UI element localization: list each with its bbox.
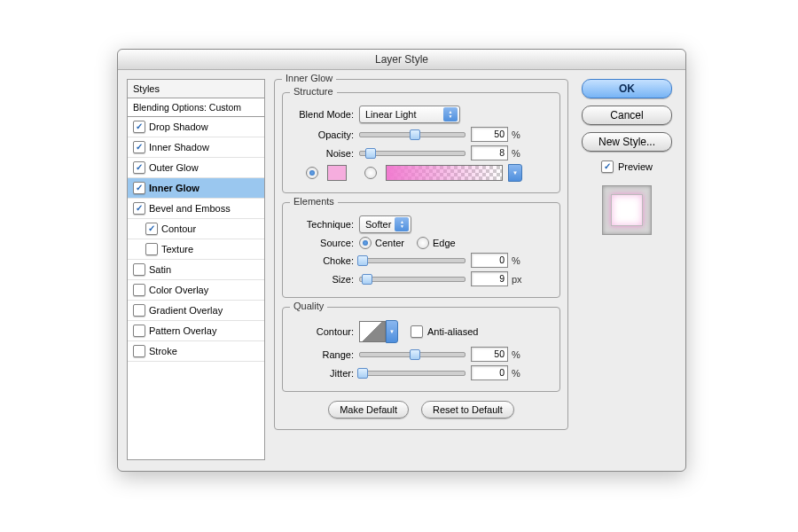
sidebar-subheader[interactable]: Blending Options: Custom	[128, 98, 264, 117]
blend-mode-value: Linear Light	[365, 109, 440, 120]
noise-unit: %	[512, 148, 520, 159]
sidebar-item-bevel-and-emboss[interactable]: Bevel and Emboss	[128, 199, 264, 219]
dialog-buttons: OK Cancel New Style... Preview	[577, 79, 677, 460]
layer-style-dialog: Layer Style Styles Blending Options: Cus…	[117, 49, 686, 472]
sidebar-item-label: Pattern Overlay	[149, 325, 216, 336]
sidebar-item-satin[interactable]: Satin	[128, 260, 264, 280]
source-center-label: Center	[375, 238, 404, 248]
sidebar-checkbox[interactable]	[133, 121, 145, 133]
sidebar-item-inner-shadow[interactable]: Inner Shadow	[128, 137, 264, 158]
chevron-updown-icon	[443, 107, 458, 121]
choke-slider[interactable]	[359, 258, 466, 263]
glow-color-swatch[interactable]	[327, 165, 347, 181]
sidebar-checkbox[interactable]	[145, 223, 158, 235]
panel-title: Inner Glow	[282, 73, 336, 83]
elements-legend: Elements	[290, 196, 338, 207]
options-panel: Inner Glow Structure Blend Mode: Linear …	[274, 79, 568, 460]
sidebar-checkbox[interactable]	[133, 304, 145, 317]
sidebar-item-label: Color Overlay	[149, 285, 208, 295]
blend-mode-select[interactable]: Linear Light	[359, 106, 460, 123]
jitter-slider[interactable]	[359, 371, 466, 376]
sidebar-item-inner-glow[interactable]: Inner Glow	[128, 178, 264, 199]
opacity-label: Opacity:	[290, 129, 354, 140]
sidebar-item-label: Inner Shadow	[149, 142, 209, 153]
sidebar-item-label: Gradient Overlay	[149, 305, 223, 316]
contour-picker[interactable]	[359, 321, 386, 342]
opacity-slider[interactable]	[359, 132, 466, 137]
elements-group: Elements Technique: Softer Source: Cente…	[282, 202, 560, 298]
glow-gradient-strip[interactable]	[386, 165, 503, 181]
sidebar-item-drop-shadow[interactable]: Drop Shadow	[128, 117, 264, 137]
sidebar-item-label: Stroke	[149, 346, 177, 356]
color-radio[interactable]	[306, 167, 318, 179]
ok-button[interactable]: OK	[582, 79, 672, 98]
sidebar-checkbox[interactable]	[133, 263, 145, 276]
sidebar-item-label: Contour	[161, 223, 196, 234]
gradient-radio[interactable]	[364, 167, 377, 179]
preview-label: Preview	[618, 161, 653, 172]
sidebar-item-texture[interactable]: Texture	[128, 239, 264, 260]
opacity-value[interactable]: 50	[471, 127, 508, 142]
sidebar-header[interactable]: Styles	[128, 80, 264, 98]
technique-label: Technique:	[290, 219, 354, 230]
quality-group: Quality Contour: Anti-aliased Range:	[282, 307, 560, 392]
inner-glow-group: Inner Glow Structure Blend Mode: Linear …	[274, 79, 568, 430]
preview-thumbnail	[602, 185, 652, 235]
size-value[interactable]: 9	[471, 271, 508, 286]
antialias-checkbox[interactable]	[411, 325, 423, 338]
size-label: Size:	[290, 274, 354, 285]
noise-value[interactable]: 8	[471, 145, 508, 160]
make-default-button[interactable]: Make Default	[328, 401, 409, 419]
sidebar-item-label: Inner Glow	[149, 183, 200, 193]
new-style-button[interactable]: New Style...	[582, 132, 672, 152]
size-slider[interactable]	[359, 277, 466, 282]
size-unit: px	[512, 274, 522, 285]
sidebar-checkbox[interactable]	[133, 161, 145, 174]
sidebar-item-outer-glow[interactable]: Outer Glow	[128, 158, 264, 178]
source-edge-radio[interactable]	[417, 237, 429, 249]
structure-legend: Structure	[290, 86, 337, 97]
preview-checkbox[interactable]	[601, 160, 614, 173]
sidebar-item-pattern-overlay[interactable]: Pattern Overlay	[128, 321, 264, 341]
source-edge-label: Edge	[433, 238, 456, 248]
sidebar-item-label: Bevel and Emboss	[149, 203, 231, 214]
sidebar-checkbox[interactable]	[133, 141, 145, 153]
blend-mode-label: Blend Mode:	[290, 109, 354, 120]
cancel-button[interactable]: Cancel	[582, 106, 672, 125]
range-value[interactable]: 50	[471, 347, 508, 362]
noise-slider[interactable]	[359, 151, 466, 156]
jitter-unit: %	[512, 368, 520, 379]
sidebar-item-label: Outer Glow	[149, 162, 199, 173]
sidebar-checkbox[interactable]	[133, 202, 145, 215]
choke-unit: %	[512, 255, 520, 266]
sidebar-item-gradient-overlay[interactable]: Gradient Overlay	[128, 301, 264, 321]
technique-value: Softer	[365, 219, 391, 230]
source-center-radio[interactable]	[359, 237, 372, 249]
jitter-value[interactable]: 0	[471, 365, 508, 380]
range-unit: %	[512, 349, 520, 360]
range-slider[interactable]	[359, 352, 466, 357]
styles-sidebar: Styles Blending Options: Custom Drop Sha…	[127, 79, 265, 460]
sidebar-item-label: Satin	[149, 264, 171, 275]
jitter-label: Jitter:	[290, 368, 354, 379]
range-label: Range:	[290, 349, 354, 360]
sidebar-checkbox[interactable]	[133, 182, 145, 194]
sidebar-item-contour[interactable]: Contour	[128, 219, 264, 239]
sidebar-checkbox[interactable]	[133, 345, 145, 357]
sidebar-checkbox[interactable]	[133, 325, 145, 337]
chevron-down-icon[interactable]	[386, 320, 398, 343]
source-label: Source:	[290, 238, 354, 248]
sidebar-item-stroke[interactable]: Stroke	[128, 341, 264, 362]
opacity-unit: %	[512, 129, 520, 140]
sidebar-item-color-overlay[interactable]: Color Overlay	[128, 280, 264, 301]
chevron-down-icon[interactable]	[508, 164, 522, 182]
noise-label: Noise:	[290, 148, 354, 159]
reset-default-button[interactable]: Reset to Default	[421, 401, 514, 419]
dialog-title: Layer Style	[118, 50, 685, 70]
quality-legend: Quality	[290, 301, 327, 311]
choke-value[interactable]: 0	[471, 253, 508, 268]
sidebar-checkbox[interactable]	[133, 284, 145, 296]
sidebar-checkbox[interactable]	[145, 243, 158, 255]
technique-select[interactable]: Softer	[359, 215, 411, 233]
structure-group: Structure Blend Mode: Linear Light Opaci…	[282, 92, 560, 193]
